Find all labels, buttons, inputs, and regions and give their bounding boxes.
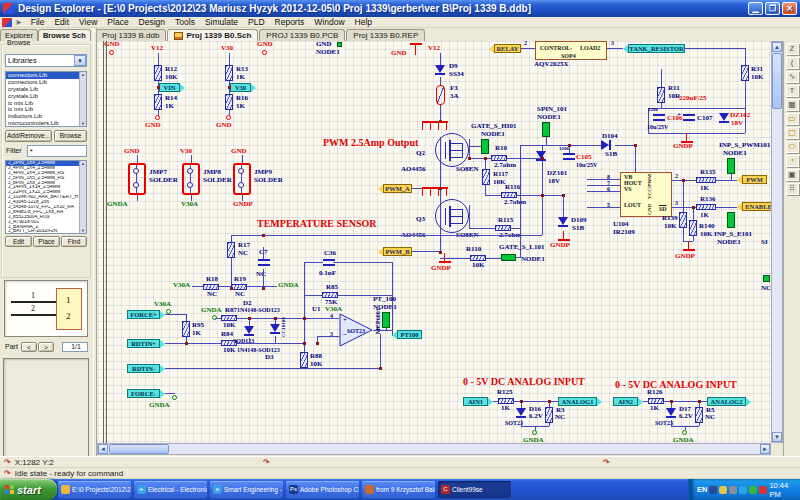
roundrect-icon[interactable]: ▢ bbox=[786, 127, 799, 139]
pie-icon[interactable]: ◔ bbox=[786, 155, 799, 167]
wire[interactable] bbox=[231, 235, 232, 242]
schematic-text[interactable]: VS bbox=[624, 186, 632, 192]
schematic-text[interactable]: R17 bbox=[238, 242, 250, 249]
schematic-text[interactable]: PWM 2.5Amp Output bbox=[323, 138, 418, 148]
net-label[interactable]: V30 bbox=[230, 83, 256, 92]
close-button[interactable]: ✕ bbox=[782, 2, 797, 15]
capacitor[interactable] bbox=[258, 259, 270, 269]
part-prev-button[interactable]: < bbox=[21, 342, 37, 352]
taskbar-item-photoshop[interactable]: PsAdobe Photoshop CE bbox=[286, 481, 359, 498]
schematic-text[interactable]: SOD123 bbox=[233, 338, 254, 344]
schematic-text[interactable]: V30A bbox=[181, 201, 198, 208]
schematic-text[interactable]: 10K bbox=[700, 231, 712, 238]
connector-pins[interactable] bbox=[422, 187, 448, 196]
junction[interactable] bbox=[230, 287, 233, 290]
wire[interactable] bbox=[304, 295, 322, 296]
test-node[interactable] bbox=[382, 312, 390, 328]
capacitor[interactable] bbox=[323, 259, 335, 269]
library-item[interactable]: crystals.Lib bbox=[6, 86, 86, 93]
schematic-text[interactable]: V12 bbox=[428, 45, 440, 52]
schematic-text[interactable]: GND bbox=[257, 41, 273, 48]
jumper[interactable] bbox=[182, 163, 200, 195]
net-label[interactable]: AIN1 bbox=[463, 397, 493, 406]
wire[interactable] bbox=[683, 180, 684, 212]
resistor[interactable] bbox=[696, 204, 716, 210]
wire[interactable] bbox=[716, 207, 737, 208]
schematic-text[interactable]: 220uF/25 bbox=[679, 95, 707, 102]
wire[interactable] bbox=[486, 258, 501, 259]
schematic-text[interactable]: GNDP bbox=[431, 265, 451, 272]
wire[interactable] bbox=[563, 195, 564, 217]
wire[interactable] bbox=[587, 185, 620, 186]
schematic-text[interactable]: V30A bbox=[325, 306, 342, 313]
schematic-text[interactable]: IR2109 bbox=[613, 229, 635, 236]
wire[interactable] bbox=[469, 158, 491, 159]
horizontal-scroll-thumb[interactable] bbox=[109, 444, 169, 454]
schematic-text[interactable]: SOLDER bbox=[254, 177, 283, 184]
schematic-text[interactable]: R126 bbox=[647, 389, 663, 396]
wire[interactable] bbox=[440, 105, 441, 121]
wire[interactable] bbox=[731, 174, 732, 180]
wire[interactable] bbox=[685, 48, 745, 49]
diode[interactable] bbox=[434, 65, 446, 75]
schematic-text[interactable]: 1N4148-SOD123 bbox=[237, 307, 280, 313]
junction[interactable] bbox=[439, 187, 442, 190]
resistor[interactable] bbox=[689, 220, 697, 236]
schematic-text[interactable]: 10u/25V bbox=[576, 162, 597, 168]
schematic-text[interactable]: R139 bbox=[662, 215, 678, 222]
ellipse-icon[interactable]: ⬭ bbox=[786, 141, 799, 153]
menu-tools[interactable]: Tools bbox=[170, 17, 200, 28]
schematic-text[interactable]: R84 bbox=[221, 331, 233, 338]
schematic-text[interactable]: 1K bbox=[700, 212, 709, 219]
schematic-text[interactable]: R125 bbox=[497, 389, 513, 396]
wire[interactable] bbox=[165, 314, 186, 315]
wire[interactable] bbox=[683, 228, 684, 241]
resistor[interactable] bbox=[657, 87, 665, 103]
junction[interactable] bbox=[303, 342, 306, 345]
schematic-text[interactable]: LOAD2 bbox=[580, 45, 600, 51]
schematic-text[interactable]: R19 bbox=[234, 276, 246, 283]
schematic-text[interactable]: NODE1 bbox=[481, 131, 505, 138]
taskbar-item-browser[interactable]: eElectrical - Electronic ... bbox=[134, 481, 207, 498]
schematic-text[interactable]: GND bbox=[216, 122, 232, 129]
schematic-text[interactable]: NC bbox=[207, 291, 217, 298]
schematic-text[interactable]: GND bbox=[391, 50, 407, 57]
net-label[interactable]: AIN2 bbox=[613, 397, 643, 406]
schematic-text[interactable]: V30 bbox=[221, 45, 233, 52]
schematic-text[interactable]: DZ102 bbox=[730, 112, 750, 119]
taskbar-item-folder[interactable]: E:\0 Projects\2012\2... bbox=[58, 481, 131, 498]
pad[interactable] bbox=[226, 115, 231, 120]
schematic-text[interactable]: GND bbox=[316, 41, 332, 48]
menu-reports[interactable]: Reports bbox=[270, 17, 310, 28]
wire[interactable] bbox=[412, 251, 440, 252]
list-scrollbar[interactable]: ▲▼ bbox=[79, 72, 86, 126]
array-icon[interactable]: ⠿ bbox=[786, 183, 799, 195]
schematic-text[interactable]: R31 bbox=[751, 66, 763, 73]
junction[interactable] bbox=[484, 157, 487, 160]
schematic-text[interactable]: V30A bbox=[173, 282, 190, 289]
schematic-text[interactable]: C107 bbox=[697, 115, 713, 122]
wire[interactable] bbox=[485, 185, 486, 195]
schematic-text[interactable]: 1K bbox=[650, 405, 659, 412]
schematic-text[interactable]: 10K bbox=[310, 361, 322, 368]
wire[interactable] bbox=[137, 155, 138, 163]
junction[interactable] bbox=[248, 317, 251, 320]
schematic-text[interactable]: 3 bbox=[675, 200, 678, 206]
diode[interactable] bbox=[269, 324, 281, 334]
schematic-text[interactable]: SI bbox=[761, 239, 768, 246]
net-label[interactable]: PT100 bbox=[392, 330, 422, 339]
panel-tab-browse-sch[interactable]: Browse Sch bbox=[38, 29, 91, 41]
resistor[interactable] bbox=[482, 169, 490, 185]
net-label[interactable]: ENABLE bbox=[737, 202, 771, 211]
junction[interactable] bbox=[562, 194, 565, 197]
junction[interactable] bbox=[228, 86, 231, 89]
schematic-text[interactable]: GND bbox=[647, 204, 652, 215]
junction[interactable] bbox=[670, 400, 673, 403]
wire[interactable] bbox=[542, 196, 543, 235]
capacitor[interactable] bbox=[563, 153, 575, 163]
scroll-left-icon[interactable]: ◄ bbox=[98, 444, 108, 454]
menu-place[interactable]: Place bbox=[102, 17, 133, 28]
resistor[interactable] bbox=[679, 212, 687, 228]
wire[interactable] bbox=[165, 393, 175, 394]
schematic-text[interactable]: R13 bbox=[236, 66, 248, 73]
